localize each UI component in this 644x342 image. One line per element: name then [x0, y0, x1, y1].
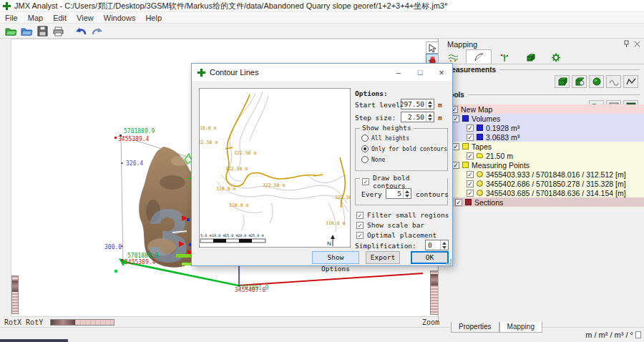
spin-up[interactable]: [442, 242, 447, 245]
show-options-button[interactable]: Show Options: [312, 251, 359, 264]
tree-item-point-1[interactable]: 3455403.933 / 5701848.016 / 312.512 [m]: [439, 170, 644, 179]
checkbox[interactable]: [467, 190, 474, 197]
select-tool-button[interactable]: [426, 41, 439, 54]
spin-down[interactable]: [428, 105, 432, 108]
draw-bold-contours-checkbox[interactable]: Draw bold contours: [360, 174, 447, 190]
spin-down[interactable]: [405, 195, 409, 197]
radio-only-bold[interactable]: Only for bold contours: [361, 145, 447, 152]
undo-button[interactable]: [73, 24, 89, 38]
tree-item-sections[interactable]: Sections: [439, 197, 644, 207]
tree-item-volumes[interactable]: Volumes: [439, 114, 644, 123]
menu-windows[interactable]: Windows: [99, 14, 141, 22]
simplification-value: 0: [428, 241, 432, 249]
minimize-button[interactable]: [388, 64, 409, 80]
tree-item-label: Tapes: [472, 142, 492, 151]
tree-item-label: Sections: [474, 198, 503, 207]
menu-edit[interactable]: Edit: [48, 14, 72, 22]
spin-up[interactable]: [428, 114, 432, 117]
measure-cut-volume-button[interactable]: [572, 75, 587, 88]
spin-up[interactable]: [405, 190, 409, 193]
pin-icon[interactable]: [623, 40, 630, 48]
menu-view[interactable]: View: [72, 14, 99, 22]
every-input[interactable]: 5: [386, 188, 411, 199]
spin-up[interactable]: [428, 101, 432, 104]
tree-item-new-map[interactable]: New Map: [439, 104, 644, 114]
start-level-input[interactable]: 297.50: [401, 99, 434, 109]
tree-item-tapes[interactable]: Tapes: [439, 142, 644, 151]
units-icon[interactable]: [635, 331, 641, 338]
tab-model[interactable]: [517, 51, 543, 64]
checkbox[interactable]: [452, 143, 459, 150]
step-size-unit: m: [438, 114, 442, 122]
tree-item-measuring-points[interactable]: Measuring Points: [439, 160, 644, 170]
zoom-slider-thumb[interactable]: [431, 274, 438, 285]
spin-down[interactable]: [442, 246, 447, 249]
maximize-button[interactable]: [409, 64, 431, 80]
filter-small-regions-checkbox[interactable]: Filter small regions: [356, 211, 449, 219]
measure-wave-button[interactable]: [606, 75, 621, 88]
radio-all-heights[interactable]: All heights: [361, 135, 409, 142]
menu-help[interactable]: Help: [140, 14, 167, 22]
save-button[interactable]: [34, 24, 50, 38]
contour-label: 322.50 m: [335, 195, 350, 200]
mapping-tab-bar: [439, 49, 644, 64]
show-heights-group: Show heights All heights Only for bold c…: [355, 128, 448, 171]
checkbox[interactable]: [452, 115, 459, 122]
checkbox[interactable]: [467, 152, 474, 160]
tab-points[interactable]: [492, 51, 517, 64]
measure-volume-button[interactable]: [555, 75, 570, 88]
checkbox[interactable]: [452, 162, 459, 169]
dialog-titlebar[interactable]: Contour Lines: [192, 64, 452, 81]
checkbox[interactable]: [455, 199, 462, 206]
open-project-button[interactable]: [3, 24, 19, 38]
checkbox[interactable]: [467, 134, 474, 141]
menu-map[interactable]: Map: [23, 14, 48, 22]
rotx-slider[interactable]: [11, 275, 19, 314]
tree-item-point-2[interactable]: 3455402.686 / 5701850.278 / 315.328 [m]: [439, 179, 644, 188]
sections-color-icon: [465, 199, 472, 205]
optimal-placement-checkbox[interactable]: Optimal placement: [356, 231, 436, 239]
tapes-color-icon: [462, 143, 469, 150]
tab-properties[interactable]: Properties: [451, 322, 499, 333]
show-scale-bar-checkbox[interactable]: Show scale bar: [356, 221, 424, 229]
checkbox[interactable]: [467, 124, 474, 132]
tab-profile[interactable]: [466, 49, 492, 64]
tree-item-volume-2[interactable]: 3.0683 m³: [439, 132, 644, 142]
show-heights-legend: Show heights: [360, 124, 414, 132]
checkbox[interactable]: [467, 171, 474, 178]
every-label: Every: [361, 190, 382, 198]
print-button[interactable]: [50, 24, 66, 38]
volumes-color-icon: [462, 115, 469, 122]
open-file-button[interactable]: [19, 24, 34, 38]
tree-item-volume-1[interactable]: 0.1928 m³: [439, 123, 644, 132]
measure-profile-button[interactable]: [623, 75, 638, 88]
ok-button[interactable]: OK: [411, 251, 449, 264]
resize-grip[interactable]: [446, 259, 452, 265]
export-button[interactable]: Export: [366, 251, 400, 264]
tab-mapping[interactable]: Mapping: [499, 322, 542, 333]
spin-down[interactable]: [428, 118, 432, 121]
measure-sphere-button[interactable]: [589, 75, 604, 88]
volume-color-icon: [477, 134, 483, 140]
tab-contours[interactable]: [440, 51, 466, 64]
start-level-value: 297.50: [400, 100, 424, 108]
scale-tick: 5.0 m: [200, 233, 212, 238]
roty-slider-thumb[interactable]: [51, 320, 75, 325]
roty-slider[interactable]: [50, 319, 114, 326]
close-panel-icon[interactable]: [633, 40, 641, 48]
checkbox[interactable]: [467, 180, 474, 187]
close-button[interactable]: [431, 64, 452, 80]
step-size-label: Step size:: [355, 114, 396, 122]
contour-label: 310.0 m: [229, 202, 248, 208]
simplification-input[interactable]: 0: [425, 240, 449, 250]
rotx-slider-thumb[interactable]: [12, 280, 18, 292]
bottom-tab-bar: Properties Mapping: [438, 322, 542, 333]
menu-file[interactable]: File: [0, 14, 23, 22]
tab-settings[interactable]: [543, 51, 569, 64]
tree-item-label: 3.0683 m³: [486, 133, 519, 142]
redo-button[interactable]: [89, 24, 104, 38]
radio-none[interactable]: None: [361, 156, 385, 163]
tree-item-tape-1[interactable]: 21.50 m: [439, 151, 644, 160]
tree-item-point-3[interactable]: 3455403.685 / 5701848.636 / 314.154 [m]: [439, 188, 644, 197]
step-size-input[interactable]: 2.50: [401, 112, 434, 122]
